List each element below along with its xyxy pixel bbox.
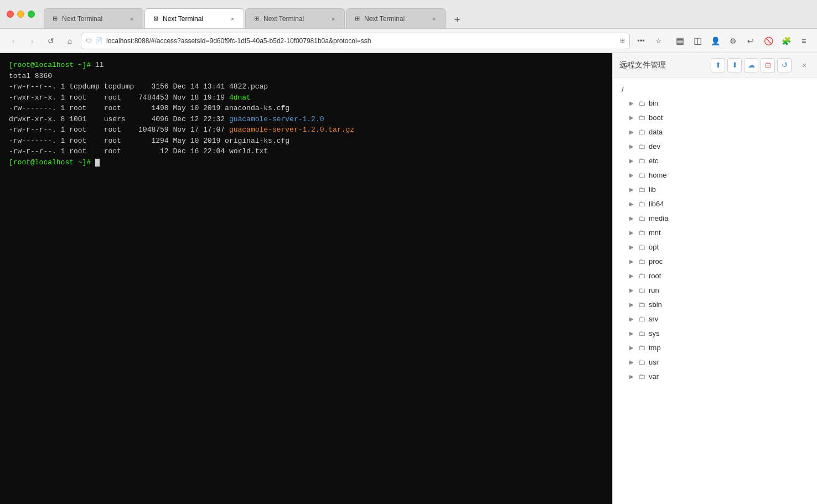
folder-name: dev [649, 142, 660, 150]
folder-icon: 🗀 [638, 344, 645, 352]
terminal[interactable]: [root@localhost ~]# lltotal 8360-rw-r--r… [0, 53, 612, 504]
chevron-right-icon: ▶ [628, 301, 635, 308]
extensions-icon[interactable]: 🧩 [778, 33, 794, 49]
tabs-bar: ⊞ Next Terminal × ⊠ Next Terminal × ⊞ Ne… [44, 0, 810, 28]
upload-button[interactable]: ⬆ [711, 58, 725, 72]
folder-item[interactable]: ▶ 🗀 opt [613, 240, 817, 254]
more-button[interactable]: ••• [633, 33, 649, 49]
folder-item[interactable]: ▶ 🗀 tmp [613, 340, 817, 355]
tab-icon-1: ⊞ [51, 15, 59, 23]
folder-item[interactable]: ▶ 🗀 media [613, 211, 817, 225]
back-button[interactable]: ‹ [6, 33, 21, 49]
tab-close-4[interactable]: × [430, 14, 438, 23]
new-tab-button[interactable]: + [449, 12, 466, 28]
tab-4[interactable]: ⊞ Next Terminal × [346, 8, 446, 28]
address-input[interactable] [106, 37, 617, 45]
folder-item[interactable]: ▶ 🗀 run [613, 283, 817, 297]
file-panel-close-button[interactable]: × [798, 59, 810, 71]
folder-item[interactable]: ▶ 🗀 mnt [613, 225, 817, 240]
folder-name: sys [649, 329, 660, 337]
home-icon: ⌂ [68, 37, 72, 45]
chevron-right-icon: ▶ [628, 157, 635, 164]
chevron-right-icon: ▶ [628, 315, 635, 322]
cloud-icon[interactable]: ☁ [744, 58, 758, 72]
folder-name: lib [649, 185, 656, 194]
menu-icon[interactable]: ≡ [796, 33, 811, 49]
fullscreen-traffic-light[interactable] [28, 11, 35, 18]
tab-label-3: Next Terminal [263, 15, 325, 23]
folder-name: lib64 [649, 200, 664, 208]
reload-button[interactable]: ↺ [43, 33, 59, 49]
folder-item[interactable]: ▶ 🗀 sbin [613, 297, 817, 311]
tab-label-4: Next Terminal [364, 15, 426, 23]
folder-item[interactable]: ▶ 🗀 sys [613, 326, 817, 340]
folder-icon: 🗀 [638, 243, 645, 251]
folder-name: boot [649, 113, 663, 122]
folder-name: sbin [649, 300, 662, 309]
folder-item[interactable]: ▶ 🗀 var [613, 369, 817, 383]
upload-to-server-button[interactable]: ⬇ [727, 58, 742, 72]
close-traffic-light[interactable] [7, 11, 14, 18]
forward-button[interactable]: › [24, 33, 40, 49]
folder-name: root [649, 272, 661, 280]
settings-icon[interactable]: ⚙ [725, 33, 741, 49]
file-entry-name: guacamole-server-1.2.0 [229, 115, 324, 123]
folder-item[interactable]: ▶ 🗀 usr [613, 355, 817, 369]
grid-icon: ⊞ [620, 37, 625, 44]
shield-icon: 🛡 [86, 38, 92, 44]
bookmark-button[interactable]: ☆ [651, 33, 666, 49]
folder-name: var [649, 372, 659, 381]
minimize-traffic-light[interactable] [17, 11, 24, 18]
terminal-cursor [95, 159, 100, 167]
home-button[interactable]: ⌂ [62, 33, 77, 49]
undo-icon[interactable]: ↩ [743, 33, 758, 49]
tab-3[interactable]: ⊞ Next Terminal × [245, 8, 345, 28]
terminal-line: [root@localhost ~]# [9, 157, 603, 168]
tab-2[interactable]: ⊠ Next Terminal × [144, 8, 244, 28]
block-icon[interactable]: 🚫 [761, 33, 776, 49]
chevron-right-icon: ▶ [628, 215, 635, 221]
folder-item[interactable]: ▶ 🗀 lib [613, 182, 817, 196]
tab-label-2: Next Terminal [163, 15, 225, 23]
terminal-line: -rw-r--r--. 1 root root 1048759 Nov 17 1… [9, 124, 603, 136]
sidebar-icon[interactable]: ◫ [690, 33, 705, 49]
terminal-command: ll [95, 61, 104, 69]
tab-icon-3: ⊞ [252, 15, 260, 23]
tab-close-2[interactable]: × [228, 14, 237, 23]
terminal-line: -rw-r--r--. 1 tcpdump tcpdump 3156 Dec 1… [9, 81, 603, 92]
folder-icon: 🗀 [638, 272, 645, 280]
folder-icon: 🗀 [638, 214, 645, 222]
terminal-prompt: [root@localhost ~]# [9, 158, 95, 167]
cut-icon[interactable]: ⊡ [761, 58, 775, 72]
folder-item[interactable]: ▶ 🗀 lib64 [613, 196, 817, 211]
refresh-button[interactable]: ↺ [777, 58, 792, 72]
file-entry-name: original-ks.cfg [225, 137, 289, 145]
tab-close-3[interactable]: × [329, 14, 338, 23]
chevron-right-icon: ▶ [628, 373, 635, 380]
folder-name: tmp [649, 344, 661, 352]
folder-item[interactable]: ▶ 🗀 srv [613, 311, 817, 326]
folder-item[interactable]: ▶ 🗀 proc [613, 254, 817, 268]
chevron-right-icon: ▶ [628, 114, 635, 121]
file-entry-name: 4822.pcap [229, 82, 268, 91]
folder-item[interactable]: ▶ 🗀 bin [613, 96, 817, 110]
folder-name: media [649, 214, 668, 222]
tab-close-1[interactable]: × [127, 14, 136, 23]
terminal-line: -rw-r--r--. 1 root root 12 Dec 16 22:04 … [9, 146, 603, 157]
terminal-line: -rw-------. 1 root root 1498 May 10 2019… [9, 103, 603, 114]
chevron-right-icon: ▶ [628, 258, 635, 264]
folder-icon: 🗀 [638, 329, 645, 337]
folder-item[interactable]: ▶ 🗀 boot [613, 110, 817, 124]
reading-list-icon[interactable]: ▤ [672, 33, 687, 49]
chevron-right-icon: ▶ [628, 272, 635, 279]
profile-icon[interactable]: 👤 [707, 33, 723, 49]
tab-1[interactable]: ⊞ Next Terminal × [44, 8, 143, 28]
folder-icon: 🗀 [638, 358, 645, 366]
folder-item[interactable]: ▶ 🗀 data [613, 124, 817, 139]
folder-item[interactable]: ▶ 🗀 root [613, 268, 817, 283]
more-icon: ••• [637, 37, 645, 45]
folder-item[interactable]: ▶ 🗀 home [613, 168, 817, 182]
folder-item[interactable]: ▶ 🗀 dev [613, 139, 817, 153]
folder-item[interactable]: ▶ 🗀 etc [613, 153, 817, 168]
chevron-right-icon: ▶ [628, 128, 635, 135]
